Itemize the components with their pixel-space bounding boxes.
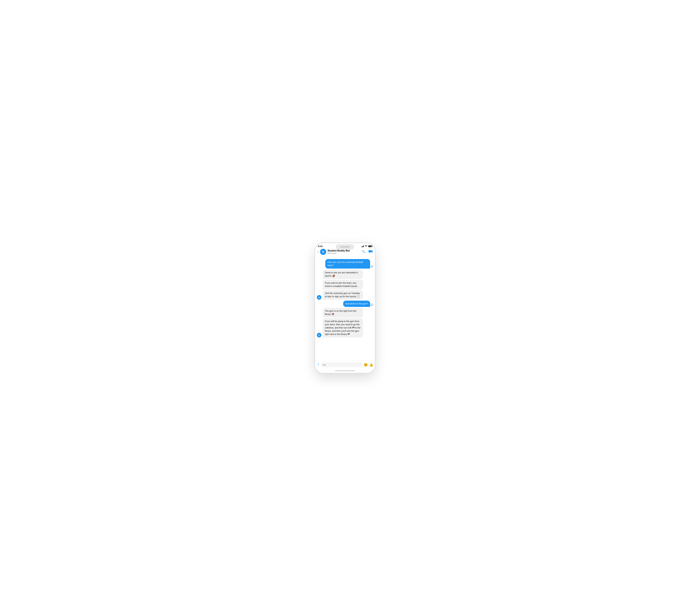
header-left: ‹ b Student Buddy Bot Messenger [318,249,350,255]
messages-area: How can I join the university football t… [315,257,375,360]
status-bar: 9:41 [315,243,375,247]
speaker-grill [340,246,350,247]
header-right [362,250,372,254]
call-button[interactable] [362,250,366,254]
like-button[interactable]: 👍 [369,363,373,367]
phone-frame: 9:41 [315,243,375,373]
wifi-icon [365,245,367,247]
bot-group-row: The gym is on the right from the library… [317,308,363,317]
signal-bar-1 [361,246,362,247]
delivered-icon [371,304,373,307]
back-button[interactable]: ‹ [318,250,319,254]
user-bubble: How can I join the university football t… [325,259,370,269]
video-button[interactable] [369,250,372,254]
bot-bubble: The gym is on the right from the library… [323,308,363,317]
bot-group-2: The gym is on the right from the library… [317,308,363,337]
bot-avatar-letter: b [319,296,320,299]
svg-point-2 [371,265,373,267]
message-text: And where is the gym? [345,303,368,305]
status-time: 9:41 [318,245,323,247]
signal-icon [361,245,364,247]
bot-name: Student Buddy Bot [327,249,350,252]
bot-bubble: Great to see you are interested in sport… [323,269,363,279]
user-bubble: And where is the gym? [343,301,370,307]
bot-bubble: If you will be going to the gym from you… [323,318,363,337]
message-input[interactable] [323,364,360,366]
signal-bar-2 [362,246,362,247]
dynamic-island [336,244,354,249]
bot-avatar-small: b [317,333,321,337]
message-text: If you will be going to the gym from you… [325,320,361,335]
bot-group-row: b If you will be going to the gym from y… [317,318,363,337]
bot-group-row: If you want to join the team, you need t… [317,280,363,289]
bot-initial: b [322,250,324,254]
bot-bubble: Visit the university gym on Tuesday at 4… [323,290,363,300]
bot-avatar-small: b [317,295,321,300]
message-text: The gym is on the right from the library… [325,310,357,315]
signal-bar-3 [363,246,363,247]
message-with-check: How can I join the university football t… [325,259,373,269]
emoji-button[interactable]: 😊 [364,363,368,367]
bot-group-row: b Visit the university gym on Tuesday at… [317,290,363,300]
message-text: Visit the university gym on Tuesday at 4… [325,292,360,298]
message-with-check: And where is the gym? [343,301,373,307]
message-row: And where is the gym? [343,301,373,307]
home-bar [335,370,355,371]
message-text: How can I join the university football t… [327,261,363,267]
bot-subtitle: Messenger [327,252,350,254]
bot-avatar-letter: b [319,334,320,336]
svg-point-3 [371,304,373,306]
svg-marker-1 [371,250,372,253]
signal-bar-4 [364,245,364,247]
svg-rect-0 [369,250,371,252]
battery-icon [368,245,372,247]
bot-avatar-large: b [320,249,326,255]
home-indicator [315,369,375,373]
bot-group-row: Great to see you are interested in sport… [317,269,363,279]
delivered-icon [371,265,373,268]
message-row: How can I join the university football t… [325,259,373,269]
message-text: If you want to join the team, you need t… [325,282,358,287]
bot-info: Student Buddy Bot Messenger [327,249,350,254]
bot-group-1: Great to see you are interested in sport… [317,269,363,300]
bot-bubble: If you want to join the team, you need t… [323,280,363,289]
text-input-wrapper[interactable] [321,362,362,367]
expand-button[interactable] [317,363,320,367]
input-area: 😊 👍 [315,360,375,369]
message-text: Great to see you are interested in sport… [325,271,358,277]
status-icons [361,245,372,247]
